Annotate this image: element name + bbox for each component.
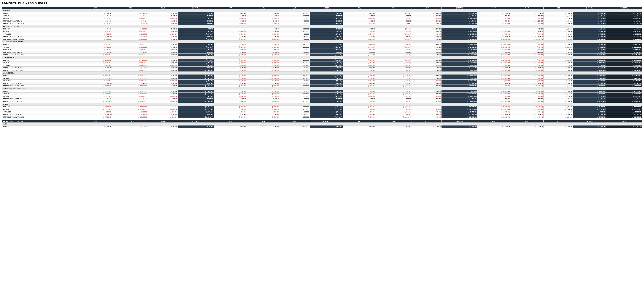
cell-value: 2,300.00 <box>599 15 606 17</box>
value-cell: $ (100.00) <box>412 95 442 98</box>
cell-value: 800.00 <box>370 51 375 53</box>
value-cell: $ 300.00 <box>280 22 310 25</box>
row-label: VARIANCE <box>2 95 79 98</box>
table-row: BUDGET$ (3,200.00)$ (17,000.00)$ -$ (20,… <box>2 106 642 108</box>
value-cell: $ 550.00 <box>178 28 214 30</box>
cell-value: 500.00 <box>172 54 177 56</box>
value-cell: $ 2,300.00 <box>310 15 343 17</box>
cell-value: 400.00 <box>274 28 279 30</box>
cell-value: (2,075.00) <box>206 64 213 66</box>
value-cell: $ (9,825.00) <box>442 62 478 64</box>
cell-value: (500.00) <box>600 46 606 48</box>
value-cell: $ (5,675.00) <box>442 46 478 48</box>
value-cell: $ 1,000.00 <box>79 126 112 128</box>
cell-value: (3,200.00) <box>239 70 246 71</box>
value-cell: $ (15,935.00) <box>376 100 412 103</box>
value-cell: $ 2,500.00 <box>376 12 412 15</box>
cell-value: (4,000.00) <box>272 116 279 118</box>
value-cell: $ (3,100.00) <box>310 54 343 56</box>
value-cell: $ 800.00 <box>280 113 310 116</box>
value-cell: $ 2,600.00 <box>573 66 606 69</box>
value-cell: $ (400.00) <box>510 22 544 25</box>
table-row: PREVIOUS YEAR ACTUAL$ 800.00$ 560.00$ 20… <box>2 51 642 54</box>
cell-value: (350.00) <box>106 18 112 19</box>
cell-value: 1,800.00 <box>302 75 309 76</box>
value-cell: $ (5,000.00) <box>214 106 247 108</box>
value-cell: $ (1,525.00) <box>178 30 214 33</box>
cell-value: 8,320.00 <box>635 82 642 84</box>
value-cell: $ 800.00 <box>544 82 573 85</box>
value-cell: $ (100.00) <box>148 111 178 113</box>
value-cell: $ (350.00) <box>343 33 376 36</box>
cell-value: 1,300.00 <box>566 100 572 102</box>
cell-value: 1,500.00 <box>302 116 309 118</box>
cell-value: 300.00 <box>567 23 572 24</box>
value-cell: $ 1,000.00 <box>343 12 376 15</box>
value-cell: $ 1,200.00 <box>544 28 573 30</box>
value-cell: $ (2,200.00) <box>214 54 247 56</box>
value-cell: $ (1,000.00) <box>510 38 544 40</box>
value-cell: $ (300.00) <box>247 95 280 98</box>
cell-value: (350.00) <box>106 80 112 82</box>
cell-value: 100.00 <box>172 93 177 95</box>
value-cell: $ (6,200.00) <box>214 116 247 118</box>
cell-value: 2,600.00 <box>336 67 342 68</box>
cell-value: 800.00 <box>106 67 112 68</box>
cell-value: 600.00 <box>172 59 177 61</box>
row-label: PREVIOUS YEAR VARIANCE <box>2 38 79 40</box>
value-cell: $ 560.00 <box>112 51 148 54</box>
value-cell: $ (700.00) <box>573 33 606 36</box>
value-cell: $ (500.00) <box>214 17 247 20</box>
cell-value: (700.00) <box>600 33 606 35</box>
value-cell: $ (1,550.00) <box>343 54 376 56</box>
value-cell: $ (2,075.00) <box>442 48 478 51</box>
cell-value: (100.00) <box>171 80 177 82</box>
cell-value: 500.00 <box>304 38 309 40</box>
value-cell: $ 800.00 <box>343 98 376 100</box>
cell-value: 1,500.00 <box>566 116 572 118</box>
cell-value: (5,550.00) <box>634 64 642 66</box>
cell-value: 900.00 <box>172 31 177 32</box>
cell-value: 1,000.00 <box>302 12 309 14</box>
value-cell: $ (300.00) <box>510 33 544 36</box>
cell-value: (8,875.00) <box>404 62 411 64</box>
balance-header-cell: OCT <box>478 120 510 122</box>
cell-value: 200.00 <box>436 114 441 115</box>
cell-value: (300.00) <box>273 49 279 50</box>
value-cell: $ (500.00) <box>214 111 247 113</box>
cell-value: (4,000.00) <box>239 90 246 92</box>
value-cell: $ (7,250.00) <box>112 59 148 62</box>
value-cell: $ 560.00 <box>376 82 412 85</box>
cell-value: (40,100.00) <box>633 90 642 92</box>
value-cell: $ (300.00) <box>247 33 280 36</box>
cell-value: 560.00 <box>142 82 148 84</box>
value-cell: $ (9,435.00) <box>376 69 412 72</box>
cell-value: 200.00 <box>600 44 606 46</box>
value-cell: $ (500.00) <box>214 33 247 36</box>
value-cell: $ (5,400.00) <box>310 106 343 108</box>
cell-value: (800.00) <box>273 59 279 61</box>
cell-value: (2,850.00) <box>368 93 375 95</box>
value-cell: $ (700.00) <box>573 95 606 98</box>
cell-value: (100.00) <box>434 108 441 110</box>
cell-value: (1,450.00) <box>368 62 375 64</box>
cell-value: (1,625.00) <box>404 18 411 19</box>
cell-value: 1,560.00 <box>470 51 477 53</box>
cell-value: (4,500.00) <box>335 70 342 71</box>
value-cell: $ 800.00 <box>544 66 573 69</box>
table-row: ACTUAL$ (2,850.00)$ (15,375.00)$ 100.00$… <box>2 93 642 95</box>
cell-value: (100.00) <box>171 96 177 97</box>
cell-value: (12,685.00) <box>139 85 148 87</box>
value-cell: $ (19,185.00) <box>112 116 148 118</box>
cell-value: 700.00 <box>241 98 246 100</box>
value-cell: $ 550.00 <box>442 28 478 30</box>
cell-value: 560.00 <box>142 36 148 38</box>
cell-value: 100.00 <box>567 80 572 82</box>
value-cell: $ (400.00) <box>247 22 280 25</box>
row-label: ACTUAL <box>2 77 79 80</box>
value-cell: $ (15,535.00) <box>442 85 478 87</box>
nov-header: NOV <box>510 7 544 9</box>
value-cell: $ 1,000.00 <box>247 126 280 128</box>
value-cell: $ (500.00) <box>573 46 606 48</box>
cell-value: 700.00 <box>504 36 510 38</box>
